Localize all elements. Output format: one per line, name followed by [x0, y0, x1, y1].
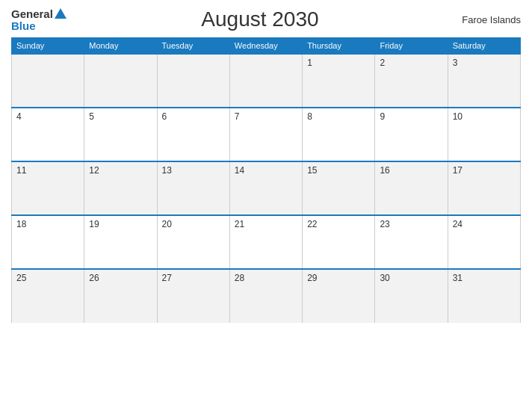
day-cell: 25 [12, 269, 84, 323]
day-cell: 15 [303, 161, 375, 215]
day-number: 17 [453, 165, 463, 176]
calendar-header: Sunday Monday Tuesday Wednesday Thursday… [12, 38, 521, 55]
day-number: 30 [380, 273, 389, 283]
day-number: 22 [307, 219, 317, 229]
day-number: 21 [235, 219, 244, 229]
day-cell: 24 [448, 215, 520, 269]
day-cell: 12 [84, 161, 157, 215]
day-cell: 20 [157, 215, 229, 269]
day-number: 19 [89, 219, 99, 229]
day-cell: 30 [375, 269, 448, 323]
col-friday: Friday [375, 38, 448, 55]
day-cell: 28 [229, 269, 302, 323]
day-cell [84, 54, 157, 108]
col-tuesday: Tuesday [157, 38, 229, 55]
day-number: 6 [162, 111, 167, 122]
day-number: 14 [235, 165, 244, 176]
day-cell [12, 54, 84, 108]
day-number: 27 [162, 273, 172, 283]
day-number: 1 [307, 58, 312, 68]
week-row-1: 123 [12, 54, 521, 108]
day-cell: 3 [448, 54, 520, 108]
day-cell: 14 [229, 161, 302, 215]
col-saturday: Saturday [448, 38, 520, 55]
day-number: 2 [380, 58, 385, 68]
day-number: 10 [453, 111, 463, 122]
col-thursday: Thursday [303, 38, 375, 55]
day-number: 7 [235, 111, 240, 122]
day-number: 5 [89, 111, 94, 122]
day-cell: 11 [12, 161, 84, 215]
col-monday: Monday [84, 38, 157, 55]
day-cell [229, 54, 302, 108]
calendar-title: August 2030 [66, 7, 454, 31]
region-label: Faroe Islands [454, 14, 521, 25]
day-cell: 8 [303, 108, 375, 161]
col-sunday: Sunday [12, 38, 84, 55]
day-number: 25 [16, 273, 26, 283]
logo-general-text: General [11, 8, 53, 19]
logo-blue-text: Blue [11, 20, 36, 31]
day-cell: 2 [375, 54, 448, 108]
logo-triangle-icon [55, 8, 66, 19]
day-cell: 31 [448, 269, 520, 323]
day-cell: 6 [157, 108, 229, 161]
day-cell: 13 [157, 161, 229, 215]
day-cell: 19 [84, 215, 157, 269]
day-cell: 1 [303, 54, 375, 108]
day-cell: 9 [375, 108, 448, 161]
day-cell: 5 [84, 108, 157, 161]
day-number: 4 [16, 111, 22, 122]
day-number: 11 [16, 165, 26, 176]
week-row-2: 45678910 [12, 108, 521, 161]
calendar-body: 1234567891011121314151617181920212223242… [12, 54, 521, 323]
day-number: 3 [453, 58, 458, 68]
day-cell: 26 [84, 269, 157, 323]
day-cell: 22 [303, 215, 375, 269]
day-number: 15 [307, 165, 317, 176]
day-number: 9 [380, 111, 385, 122]
day-number: 24 [453, 219, 463, 229]
day-cell: 18 [12, 215, 84, 269]
header: General Blue August 2030 Faroe Islands [11, 7, 521, 31]
day-number: 28 [235, 273, 244, 283]
logo: General Blue [11, 8, 66, 31]
week-row-5: 25262728293031 [12, 269, 521, 323]
day-number: 8 [307, 111, 312, 122]
day-cell: 27 [157, 269, 229, 323]
week-row-3: 11121314151617 [12, 161, 521, 215]
day-cell [157, 54, 229, 108]
day-number: 12 [89, 165, 99, 176]
calendar-table: Sunday Monday Tuesday Wednesday Thursday… [11, 37, 521, 323]
week-row-4: 18192021222324 [12, 215, 521, 269]
day-cell: 17 [448, 161, 520, 215]
day-cell: 29 [303, 269, 375, 323]
col-wednesday: Wednesday [229, 38, 302, 55]
calendar-page: General Blue August 2030 Faroe Islands S… [0, 0, 532, 411]
day-number: 16 [380, 165, 389, 176]
day-number: 29 [307, 273, 317, 283]
days-of-week-row: Sunday Monday Tuesday Wednesday Thursday… [12, 38, 521, 55]
day-cell: 21 [229, 215, 302, 269]
day-cell: 4 [12, 108, 84, 161]
day-number: 20 [162, 219, 172, 229]
day-cell: 16 [375, 161, 448, 215]
day-number: 18 [16, 219, 26, 229]
day-cell: 10 [448, 108, 520, 161]
day-number: 13 [162, 165, 172, 176]
day-cell: 23 [375, 215, 448, 269]
day-number: 31 [453, 273, 463, 283]
day-number: 23 [380, 219, 389, 229]
day-cell: 7 [229, 108, 302, 161]
day-number: 26 [89, 273, 99, 283]
